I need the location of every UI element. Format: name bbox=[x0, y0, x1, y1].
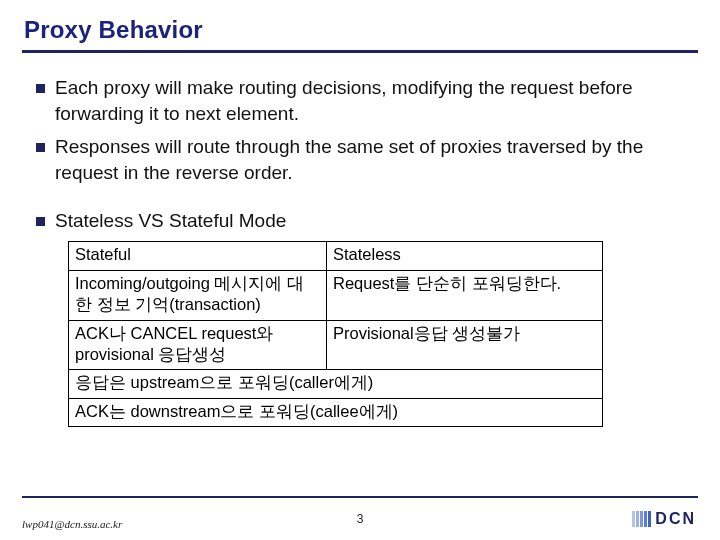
page-number: 3 bbox=[357, 512, 364, 526]
bullet-text: Responses will route through the same se… bbox=[55, 134, 698, 185]
bullet-text: Stateless VS Stateful Mode bbox=[55, 208, 698, 234]
footer-rule bbox=[22, 496, 698, 499]
bullet-item: Responses will route through the same se… bbox=[36, 134, 698, 185]
table-row: 응답은 upstream으로 포워딩(caller에게) bbox=[69, 370, 603, 398]
slide-title: Proxy Behavior bbox=[22, 14, 698, 53]
comparison-table: Stateful Stateless Incoming/outgoing 메시지… bbox=[68, 241, 603, 427]
bullet-list: Each proxy will make routing decisions, … bbox=[36, 75, 698, 233]
bullet-item: Each proxy will make routing decisions, … bbox=[36, 75, 698, 126]
table-cell: 응답은 upstream으로 포워딩(caller에게) bbox=[69, 370, 603, 398]
table-row: Incoming/outgoing 메시지에 대한 정보 기억(transact… bbox=[69, 270, 603, 320]
footer-email: lwp041@dcn.ssu.ac.kr bbox=[22, 518, 122, 530]
table-cell: Stateful bbox=[69, 242, 327, 270]
table-cell: Incoming/outgoing 메시지에 대한 정보 기억(transact… bbox=[69, 270, 327, 320]
table-row: ACK나 CANCEL request와 provisional 응답생성 Pr… bbox=[69, 320, 603, 370]
table-row: Stateful Stateless bbox=[69, 242, 603, 270]
bullet-item: Stateless VS Stateful Mode bbox=[36, 208, 698, 234]
logo-bars-icon bbox=[632, 511, 651, 527]
bullet-text: Each proxy will make routing decisions, … bbox=[55, 75, 698, 126]
bullet-icon bbox=[36, 143, 45, 152]
comparison-table-wrapper: Stateful Stateless Incoming/outgoing 메시지… bbox=[68, 241, 698, 427]
bullet-icon bbox=[36, 84, 45, 93]
table-cell: ACK나 CANCEL request와 provisional 응답생성 bbox=[69, 320, 327, 370]
slide-footer: lwp041@dcn.ssu.ac.kr 3 DCN bbox=[0, 496, 720, 530]
table-row: ACK는 downstream으로 포워딩(callee에게) bbox=[69, 398, 603, 426]
slide: Proxy Behavior Each proxy will make rout… bbox=[0, 0, 720, 540]
table-cell: Request를 단순히 포워딩한다. bbox=[327, 270, 603, 320]
footer-logo: DCN bbox=[632, 510, 696, 528]
table-cell: ACK는 downstream으로 포워딩(callee에게) bbox=[69, 398, 603, 426]
bullet-icon bbox=[36, 217, 45, 226]
table-cell: Stateless bbox=[327, 242, 603, 270]
table-cell: Provisional응답 생성불가 bbox=[327, 320, 603, 370]
logo-text: DCN bbox=[655, 510, 696, 528]
